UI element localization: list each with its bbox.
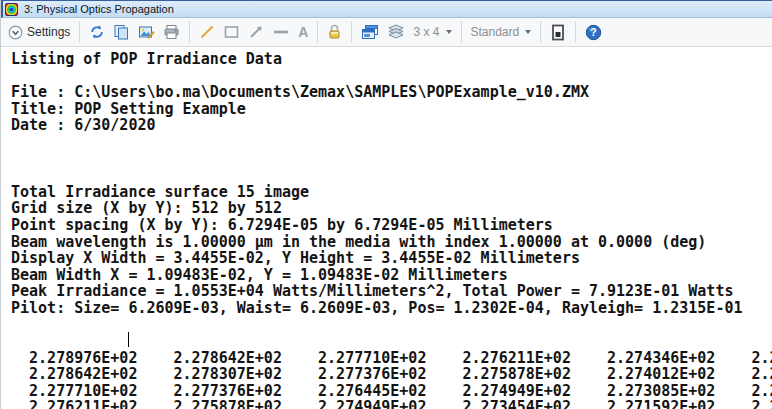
lock-icon	[327, 24, 342, 40]
blank-line	[11, 134, 772, 151]
pop-analysis-window: 3: Physical Optics Propagation Settings	[0, 0, 772, 409]
active-window-button[interactable]	[547, 20, 569, 44]
blank-line	[11, 68, 772, 85]
toolbar: Settings	[1, 18, 772, 47]
save-image-button[interactable]	[135, 20, 158, 44]
listing-line: Display X Width = 3.4455E-02, Y Height =…	[11, 250, 772, 267]
arrow-annotation-button[interactable]	[245, 20, 267, 44]
toolbar-separator	[575, 21, 576, 43]
standard-label: Standard	[471, 25, 520, 39]
help-icon: ?	[585, 24, 602, 41]
grid-layout-dropdown[interactable]: 3 x 4	[410, 20, 454, 44]
listing-line: Total Irradiance surface 15 image	[11, 184, 772, 201]
listing-line: Peak Irradiance = 1.0553E+04 Watts/Milli…	[11, 283, 772, 300]
titlebar[interactable]: 3: Physical Optics Propagation	[1, 0, 772, 18]
layers-icon	[387, 24, 405, 40]
settings-button[interactable]: Settings	[5, 20, 73, 44]
line-tool-icon	[199, 24, 215, 40]
settings-label: Settings	[27, 25, 70, 39]
text-tool-icon: A	[298, 24, 308, 40]
blank-line	[11, 151, 772, 168]
arrow-tool-icon	[248, 24, 264, 40]
rectangle-tool-icon	[223, 24, 240, 40]
irradiance-table-row: 2.276211E+02 2.275878E+02 2.274949E+02 2…	[11, 399, 772, 409]
svg-text:?: ?	[590, 26, 596, 38]
line-annotation-button[interactable]	[196, 20, 218, 44]
print-icon	[163, 24, 180, 40]
horizontal-line-annotation-button[interactable]	[269, 20, 293, 44]
listing-line: Point spacing (X by Y): 6.7294E-05 by 6.…	[11, 217, 772, 234]
layers-button[interactable]	[384, 20, 408, 44]
horizontal-line-tool-icon	[272, 24, 290, 40]
cascade-windows-icon	[361, 24, 379, 40]
copy-icon	[113, 24, 130, 40]
copy-button[interactable]	[110, 20, 133, 44]
grid-layout-label: 3 x 4	[413, 25, 439, 39]
irradiance-table-row: 2.277710E+02 2.277376E+02 2.276445E+02 2…	[11, 383, 772, 400]
blank-line	[11, 333, 772, 350]
refresh-icon	[89, 24, 105, 40]
listing-line: Listing of POP Irradiance Data	[11, 51, 772, 68]
pop-beam-icon	[5, 3, 18, 16]
listing-line: Grid size (X by Y): 512 by 512	[11, 200, 772, 217]
irradiance-table-row: 2.278976E+02 2.278642E+02 2.277710E+02 2…	[11, 350, 772, 367]
help-button[interactable]: ?	[582, 20, 605, 44]
chevron-down-icon	[525, 30, 531, 34]
toolbar-separator	[317, 21, 318, 43]
listing-lines: Listing of POP Irradiance Data File : C:…	[11, 51, 772, 409]
toolbar-separator	[540, 21, 541, 43]
text-annotation-button[interactable]: A	[295, 20, 311, 44]
print-button[interactable]	[160, 20, 183, 44]
cascade-windows-button[interactable]	[358, 20, 382, 44]
standard-dropdown[interactable]: Standard	[468, 20, 535, 44]
window-title: 3: Physical Optics Propagation	[22, 3, 174, 15]
update-button[interactable]	[86, 20, 108, 44]
toolbar-separator	[189, 21, 190, 43]
listing-content[interactable]: Listing of POP Irradiance Data File : C:…	[1, 47, 772, 409]
active-window-icon	[550, 24, 566, 41]
irradiance-table-row: 2.278642E+02 2.278307E+02 2.277376E+02 2…	[11, 366, 772, 383]
listing-line: Pilot: Size= 6.2609E-03, Waist= 6.2609E-…	[11, 300, 772, 317]
chevron-down-circle-icon	[8, 25, 23, 40]
lock-button[interactable]	[324, 20, 345, 44]
toolbar-separator	[351, 21, 352, 43]
listing-line: Beam wavelength is 1.00000 µm in the med…	[11, 234, 772, 251]
rectangle-annotation-button[interactable]	[220, 20, 243, 44]
listing-line: Title: POP Setting Example	[11, 101, 772, 118]
save-image-icon	[138, 24, 155, 40]
text-caret	[128, 332, 129, 347]
blank-line	[11, 317, 772, 334]
blank-line	[11, 167, 772, 184]
listing-line: Date : 6/30/2020	[11, 117, 772, 134]
toolbar-separator	[79, 21, 80, 43]
chevron-down-icon	[446, 30, 452, 34]
listing-line: Beam Width X = 1.09483E-02, Y = 1.09483E…	[11, 267, 772, 284]
toolbar-separator	[461, 21, 462, 43]
listing-line: File : C:\Users\bo.ma\Documents\Zemax\SA…	[11, 84, 772, 101]
